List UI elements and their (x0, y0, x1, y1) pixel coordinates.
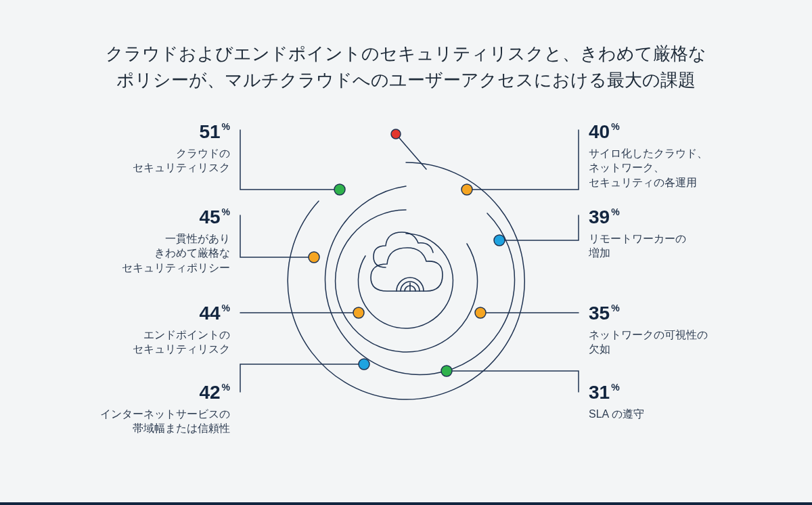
leader-left-1 (240, 130, 340, 190)
ring-inner (358, 234, 453, 328)
stat-value: 44% (61, 301, 230, 326)
stat-remote-worker: 39% リモートワーカーの増加 (589, 204, 758, 261)
leader-left-2 (240, 215, 314, 257)
stat-label: エンドポイントのセキュリティリスク (61, 328, 230, 357)
stat-value: 45% (61, 204, 230, 230)
dot-l3 (353, 307, 364, 318)
stat-value: 42% (61, 380, 230, 405)
stat-label: サイロ化したクラウド、ネットワーク、セキュリティの各運用 (589, 146, 758, 190)
dot-l1 (334, 184, 345, 195)
stat-value: 51% (61, 119, 230, 145)
stat-value: 40% (589, 119, 758, 145)
leader-right-2 (499, 215, 579, 240)
stat-strict-policy: 45% 一貫性がありきわめて厳格なセキュリティポリシー (61, 204, 230, 276)
stat-label: リモートワーカーの増加 (589, 232, 758, 261)
dot-r4 (441, 366, 452, 376)
stat-label: ネットワークの可視性の欠如 (589, 328, 758, 357)
bottom-rule (0, 502, 812, 505)
cloud-fingerprint-icon (371, 232, 443, 291)
stat-value: 39% (589, 204, 758, 230)
stat-siloed-cloud: 40% サイロ化したクラウド、ネットワーク、セキュリティの各運用 (589, 119, 758, 190)
dot-r2 (494, 235, 505, 246)
ring-mid-2 (336, 210, 478, 352)
leader-left-4 (240, 364, 364, 392)
leader-right-4 (447, 371, 579, 392)
stat-network-visibility: 35% ネットワークの可視性の欠如 (589, 301, 758, 357)
stat-label: クラウドのセキュリティリスク (61, 146, 230, 175)
stat-internet-bandwidth: 42% インターネットサービスの帯域幅または信頼性 (61, 380, 230, 436)
dot-l4 (359, 359, 369, 370)
stat-value: 31% (589, 380, 758, 405)
stat-label: インターネットサービスの帯域幅または信頼性 (61, 407, 230, 436)
ring-mid-1 (325, 186, 515, 374)
ring-outer (288, 162, 524, 399)
dot-r3 (475, 307, 486, 318)
leader-right-1 (467, 130, 579, 190)
title-line-1: クラウドおよびエンドポイントのセキュリティリスクと、きわめて厳格な (106, 43, 706, 64)
pin-stem (396, 134, 426, 169)
stat-cloud-security-risk: 51% クラウドのセキュリティリスク (61, 119, 230, 175)
dot-red-pin (391, 129, 401, 139)
dot-l2 (309, 252, 319, 263)
stat-label: SLA の遵守 (589, 407, 758, 422)
infographic-page: クラウドおよびエンドポイントのセキュリティリスクと、きわめて厳格な ポリシーが、… (0, 0, 812, 505)
title-line-2: ポリシーが、マルチクラウドへのユーザーアクセスにおける最大の課題 (116, 70, 696, 90)
stat-endpoint-security-risk: 44% エンドポイントのセキュリティリスク (61, 301, 230, 357)
stat-label: 一貫性がありきわめて厳格なセキュリティポリシー (61, 232, 230, 276)
stat-sla: 31% SLA の遵守 (589, 380, 758, 421)
page-title: クラウドおよびエンドポイントのセキュリティリスクと、きわめて厳格な ポリシーが、… (0, 41, 812, 93)
stat-value: 35% (589, 301, 758, 326)
dot-r1 (461, 184, 472, 195)
